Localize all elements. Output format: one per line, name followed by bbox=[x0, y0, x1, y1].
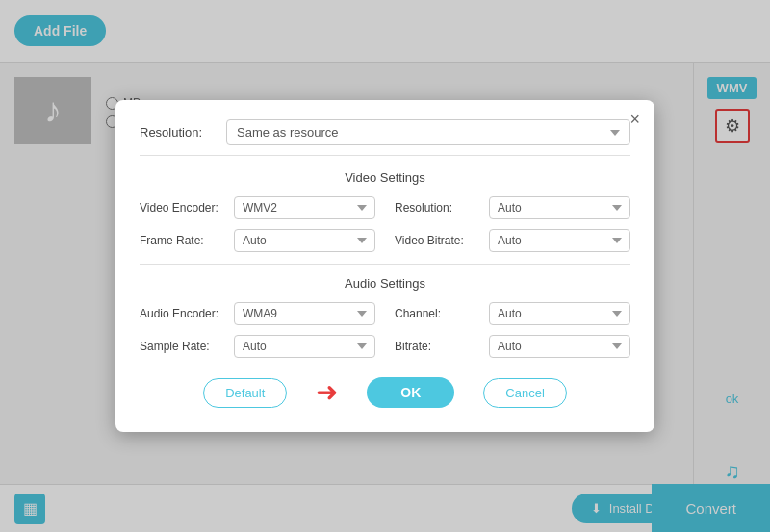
video-settings-grid: Video Encoder: WMV2 WMV1 Resolution: Aut… bbox=[140, 196, 630, 252]
app-background: Add File ♪ MP WI WMV bbox=[0, 0, 770, 532]
channel-select[interactable]: Auto bbox=[489, 302, 630, 325]
arrow-right-icon: ➜ bbox=[316, 379, 338, 406]
settings-modal: × Resolution: Same as resource 1920x1080… bbox=[116, 100, 654, 432]
bitrate-row: Bitrate: Auto bbox=[395, 335, 630, 358]
audio-encoder-row: Audio Encoder: WMA9 bbox=[140, 302, 375, 325]
sample-rate-row: Sample Rate: Auto bbox=[140, 335, 375, 358]
frame-rate-select[interactable]: Auto bbox=[234, 229, 375, 252]
resolution-right-label: Resolution: bbox=[395, 201, 481, 215]
modal-overlay: × Resolution: Same as resource 1920x1080… bbox=[0, 0, 770, 532]
sample-rate-select[interactable]: Auto bbox=[234, 335, 375, 358]
frame-rate-label: Frame Rate: bbox=[140, 234, 226, 247]
resolution-right-row: Resolution: Auto bbox=[395, 196, 630, 219]
channel-row: Channel: Auto bbox=[395, 302, 630, 325]
bitrate-label: Bitrate: bbox=[395, 340, 481, 353]
video-bitrate-label: Video Bitrate: bbox=[395, 234, 481, 247]
resolution-right-select[interactable]: Auto bbox=[489, 196, 630, 219]
modal-footer: Default ➜ OK Cancel bbox=[140, 377, 630, 408]
video-bitrate-select[interactable]: Auto bbox=[489, 229, 630, 252]
video-encoder-select[interactable]: WMV2 WMV1 bbox=[234, 196, 375, 219]
audio-settings-title: Audio Settings bbox=[140, 276, 630, 291]
video-encoder-label: Video Encoder: bbox=[140, 201, 226, 215]
default-button[interactable]: Default bbox=[203, 378, 287, 408]
bitrate-select[interactable]: Auto bbox=[489, 335, 630, 358]
channel-label: Channel: bbox=[395, 307, 481, 320]
sample-rate-label: Sample Rate: bbox=[140, 340, 226, 353]
resolution-label: Resolution: bbox=[140, 125, 226, 139]
audio-settings-grid: Audio Encoder: WMA9 Channel: Auto Sample… bbox=[140, 302, 630, 358]
settings-divider bbox=[140, 264, 630, 265]
audio-encoder-label: Audio Encoder: bbox=[140, 307, 226, 320]
modal-close-button[interactable]: × bbox=[629, 110, 640, 130]
frame-rate-row: Frame Rate: Auto bbox=[140, 229, 375, 252]
video-settings-title: Video Settings bbox=[140, 170, 630, 185]
audio-encoder-select[interactable]: WMA9 bbox=[234, 302, 375, 325]
resolution-dropdown[interactable]: Same as resource 1920x1080 1280x720 854x… bbox=[226, 119, 630, 145]
video-encoder-row: Video Encoder: WMV2 WMV1 bbox=[140, 196, 375, 219]
resolution-row: Resolution: Same as resource 1920x1080 1… bbox=[140, 119, 630, 156]
cancel-button[interactable]: Cancel bbox=[483, 378, 566, 408]
ok-button[interactable]: OK bbox=[367, 377, 454, 408]
video-bitrate-row: Video Bitrate: Auto bbox=[395, 229, 630, 252]
